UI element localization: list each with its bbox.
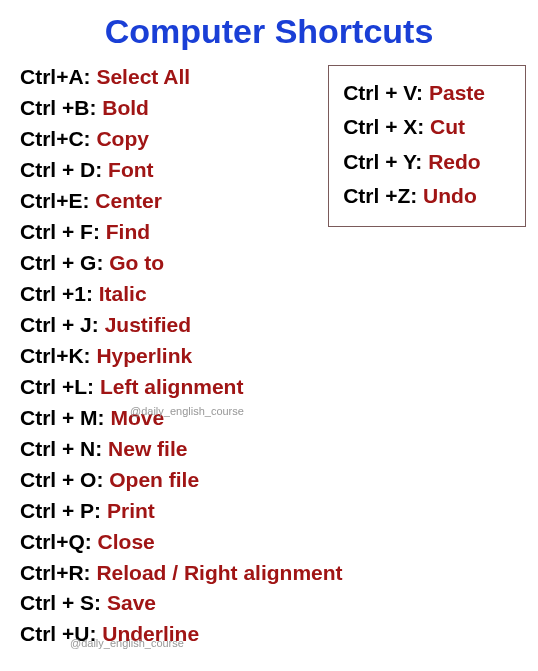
shortcut-row: Ctrl + P: Print — [20, 497, 518, 526]
shortcut-key: Ctrl + M: — [20, 406, 105, 429]
shortcut-action: Font — [108, 158, 153, 181]
shortcut-key: Ctrl + N: — [20, 437, 102, 460]
shortcut-row: Ctrl+Q: Close — [20, 528, 518, 557]
shortcut-action: Undo — [423, 184, 477, 207]
shortcut-row: Ctrl + V: Paste — [343, 78, 485, 108]
shortcut-key: Ctrl + G: — [20, 251, 103, 274]
shortcut-row: Ctrl + J: Justified — [20, 311, 518, 340]
shortcut-row: Ctrl+R: Reload / Right alignment — [20, 559, 518, 588]
page-title: Computer Shortcuts — [20, 12, 518, 51]
shortcut-action: Move — [110, 406, 164, 429]
shortcut-key: Ctrl +L: — [20, 375, 94, 398]
shortcut-action: Reload / Right alignment — [96, 561, 342, 584]
shortcut-row: Ctrl + Y: Redo — [343, 147, 485, 177]
shortcut-key: Ctrl+Q: — [20, 530, 92, 553]
shortcut-key: Ctrl+E: — [20, 189, 89, 212]
shortcut-key: Ctrl + V: — [343, 81, 423, 104]
shortcut-action: Copy — [96, 127, 149, 150]
shortcut-key: Ctrl+K: — [20, 344, 91, 367]
shortcut-action: Close — [98, 530, 155, 553]
shortcut-key: Ctrl + O: — [20, 468, 103, 491]
shortcut-action: New file — [108, 437, 187, 460]
shortcut-key: Ctrl+A: — [20, 65, 91, 88]
shortcut-row: Ctrl + G: Go to — [20, 249, 518, 278]
shortcut-row: Ctrl +U: Underline — [20, 620, 518, 649]
shortcut-key: Ctrl +B: — [20, 96, 96, 119]
shortcut-action: Hyperlink — [96, 344, 192, 367]
shortcut-action: Print — [107, 499, 155, 522]
shortcut-action: Paste — [429, 81, 485, 104]
shortcut-key: Ctrl+R: — [20, 561, 91, 584]
shortcut-row: Ctrl + X: Cut — [343, 112, 485, 142]
shortcut-row: Ctrl + S: Save — [20, 589, 518, 618]
shortcut-action: Redo — [428, 150, 481, 173]
shortcut-row: Ctrl +1: Italic — [20, 280, 518, 309]
shortcut-row: Ctrl +L: Left alignment — [20, 373, 518, 402]
shortcut-row: Ctrl + M: Move — [20, 404, 518, 433]
shortcut-action: Bold — [102, 96, 149, 119]
shortcut-key: Ctrl + Y: — [343, 150, 422, 173]
shortcut-key: Ctrl + P: — [20, 499, 101, 522]
shortcut-action: Cut — [430, 115, 465, 138]
shortcut-key: Ctrl + S: — [20, 591, 101, 614]
content-area: Ctrl+A: Select All Ctrl +B: Bold Ctrl+C:… — [20, 63, 518, 649]
shortcut-key: Ctrl + F: — [20, 220, 100, 243]
shortcut-key: Ctrl +U: — [20, 622, 96, 645]
shortcut-action: Left alignment — [100, 375, 244, 398]
shortcut-row: Ctrl +Z: Undo — [343, 181, 485, 211]
shortcut-row: Ctrl+K: Hyperlink — [20, 342, 518, 371]
shortcut-action: Justified — [105, 313, 191, 336]
shortcut-key: Ctrl +Z: — [343, 184, 417, 207]
shortcuts-box: Ctrl + V: Paste Ctrl + X: Cut Ctrl + Y: … — [328, 65, 526, 227]
shortcut-key: Ctrl +1: — [20, 282, 93, 305]
shortcut-key: Ctrl + X: — [343, 115, 424, 138]
shortcut-action: Save — [107, 591, 156, 614]
shortcut-action: Italic — [99, 282, 147, 305]
shortcut-action: Find — [106, 220, 150, 243]
shortcut-action: Select All — [96, 65, 190, 88]
shortcut-action: Center — [95, 189, 162, 212]
shortcut-row: Ctrl + O: Open file — [20, 466, 518, 495]
shortcut-key: Ctrl+C: — [20, 127, 91, 150]
shortcut-action: Underline — [102, 622, 199, 645]
shortcut-action: Go to — [109, 251, 164, 274]
shortcut-action: Open file — [109, 468, 199, 491]
shortcut-key: Ctrl + J: — [20, 313, 99, 336]
shortcut-row: Ctrl + N: New file — [20, 435, 518, 464]
shortcut-key: Ctrl + D: — [20, 158, 102, 181]
